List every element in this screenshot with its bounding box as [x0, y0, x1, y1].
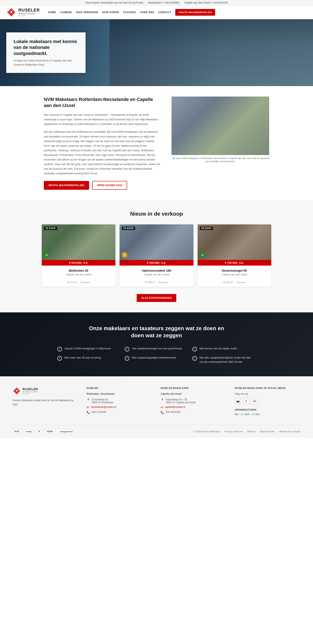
feature-5: ✓ Met maatschappelijke betrokkenheid [125, 356, 188, 364]
openingstijden-title: OPENINGSTIJDEN [235, 408, 301, 411]
nvm-title: NVM Makelaars Rotterdam-Nesselande en Ca… [44, 96, 161, 108]
property-city-3: Capelle aan den IJssel [201, 273, 268, 276]
hero-subtitle: Al bijna een halve eeuw thuis in Capelle… [13, 58, 78, 67]
hero-title: Lokale makelaars met kennis van de natio… [13, 39, 78, 57]
nav-home[interactable]: HOME [48, 11, 56, 14]
nav-taxaties[interactable]: TAXATIES [123, 11, 136, 14]
property-image-3: TE KOOP A [198, 224, 271, 260]
features-grid: ✓ Vanuit 5 NVM-vestigingen in Rijnmond ✓… [57, 346, 256, 364]
logo-diamond-icon [6, 7, 16, 17]
main-nav: HOME AANBOD HUIS VERKOPEN HUIS KOPEN TAX… [48, 9, 307, 16]
logo-text: RUSELER Makelaars by D&S [18, 8, 40, 17]
price-bar-3: € 735.000,- k.k. [198, 260, 271, 266]
nvm-paragraph-1: Met kantoren in Capelle aan den IJssel e… [44, 113, 161, 126]
hero-content-box: Lokale makelaars met kennis van de natio… [6, 32, 86, 73]
openingstijden-text: Ma – vr: 9:00 – 17:00u [235, 412, 301, 416]
phone-nesselande: Nesselande T: 010-2220060 [148, 1, 179, 4]
properties-grid: TE KOOP A € 515.000,- k.k. Beltmolen 20 … [42, 224, 271, 287]
nav-contact[interactable]: CONTACT [158, 11, 171, 14]
verkoop-title: Nieuw in de verkoop [12, 211, 301, 217]
footer-capelle-address1: 📍 Kanaalweg 33 – 35 2903 LS Capelle a/d … [161, 398, 226, 404]
phone-capelle: Capelle aan den IJssel T: 010-4515100 [184, 1, 228, 4]
property-card-2[interactable]: TE KOOP E € 335.000,- k.k. Valeriusronde… [120, 224, 193, 287]
feature-text-5: Met maatschappelijke betrokkenheid [132, 356, 176, 360]
property-info-2: Valeriusrondeel 185 Capelle aan den IJss… [120, 266, 193, 287]
privacy-link[interactable]: Privacy statement [225, 430, 243, 433]
feature-1: ✓ Vanuit 5 NVM-vestigingen in Rijnmond [57, 346, 121, 352]
te-koop-badge-2: TE KOOP [122, 226, 135, 230]
energy-badge-3: A [200, 252, 205, 258]
nvm-image-block: "Bij onze NVM-vestigingen in Rotterdam-N… [171, 96, 269, 163]
property-city-2: Capelle aan den IJssel [123, 273, 190, 276]
feature-text-2: Van starterswoningen tot luxe penthouses [132, 346, 182, 351]
alle-btn-row: ALLE KOOPWONINGEN [12, 294, 301, 302]
footer-logo: RUSELER Makelaars by D&S [12, 387, 78, 395]
check-icon-3: ✓ [192, 347, 197, 352]
sitemap-html-link[interactable]: Sitemap HTML [260, 430, 275, 433]
nav-huis-kopen[interactable]: HUIS KOPEN [102, 11, 119, 14]
spec-size-1: ⊞ 117 m² [67, 281, 77, 284]
footer-rotterdam-title: RUSELER [87, 387, 152, 389]
partner-nvm: NVM [12, 430, 21, 434]
spec-rooms-2: 4 kamers [158, 281, 167, 284]
property-city-1: Capelle aan den IJssel [45, 273, 112, 276]
nav-aanbod[interactable]: AANBOD [60, 11, 72, 14]
check-icon-2: ✓ [125, 347, 129, 352]
property-name-3: Desertosingel 65 [201, 269, 268, 272]
property-image-2: TE KOOP E [120, 224, 193, 260]
property-specs-2: ⊞ 100 m² 4 kamers [123, 281, 190, 284]
spec-size-2: ⊞ 100 m² [145, 281, 155, 284]
te-koop-badge-1: TE KOOP [44, 226, 57, 230]
nav-over-ons[interactable]: OVER ONS [140, 11, 154, 14]
location-icon-1: 📍 [87, 398, 90, 402]
nav-gratis-button[interactable]: GRATIS WAARDEBEPALING [175, 9, 215, 16]
footer-social-follow: Volg ons op: [235, 392, 301, 396]
property-name-1: Beltmolen 20 [45, 269, 112, 272]
photo-simulation [171, 96, 269, 155]
feature-text-3: Met kennis van de lokale markt [199, 346, 237, 351]
feature-text-6: Met alle vastgoeddisciplines onder het d… [199, 356, 256, 364]
footer-links: © 2025 Ruseler Makelaars Privacy stateme… [193, 430, 301, 433]
banner-title: Onze makelaars en taxateurs zeggen wat z… [83, 325, 230, 339]
nvm-section: NVM Makelaars Rotterdam-Nesselande en Ca… [0, 86, 313, 200]
nav-huis-verkopen[interactable]: HUIS VERKOPEN [76, 11, 98, 14]
phone-icon-2: 📞 [161, 411, 164, 414]
nvm-text-block: NVM Makelaars Rotterdam-Nesselande en Ca… [44, 96, 161, 190]
size-icon-3: ⊞ [223, 281, 225, 284]
spec-size-3: ⊞ 156 m² [223, 281, 233, 284]
logo[interactable]: RUSELER Makelaars by D&S [6, 7, 40, 17]
nvm-paragraph-2: Wij zijn makelaars met een Rotterdamse m… [44, 130, 161, 176]
feature-2: ✓ Van starterswoningen tot luxe penthous… [125, 346, 188, 352]
openhuizendag-button[interactable]: OPEN HUIZEN DAG [92, 181, 127, 190]
property-card-3[interactable]: TE KOOP A € 735.000,- k.k. Desertosingel… [198, 224, 271, 287]
footer-capelle-col: RUSELER MAKELAARS Capelle a/d IJssel 📍 K… [161, 387, 226, 417]
price-3: € 735.000,- k.k. [225, 261, 244, 264]
phone-icon-1: 📞 [87, 411, 90, 414]
site-footer: RUSELER Makelaars by D&S Ruseler Makelaa… [0, 376, 313, 438]
banner-section: Onze makelaars en taxateurs zeggen wat z… [0, 312, 313, 376]
instagram-icon[interactable]: 📷 [235, 398, 241, 404]
email-icon-1: ✉ [87, 406, 89, 409]
footer-social-title: RUSELER MAKELAARS OP SOCIAL MEDIA [235, 387, 301, 389]
website-link[interactable]: Website door Topsite [279, 430, 301, 433]
property-info-3: Desertosingel 65 Capelle aan den IJssel … [198, 266, 271, 287]
nvm-button-row: GRATIS WAARDEBEPALING OPEN HUIZEN DAG [44, 181, 161, 190]
footer-rotterdam-email: ✉ nesselande@ruseler.nl [87, 406, 152, 409]
social-row: 📷 f in [235, 398, 301, 404]
footer-desc: Ruseler Makelaars maakt deel uit van de … [12, 398, 78, 407]
feature-3: ✓ Met kennis van de lokale markt [192, 346, 256, 352]
rating-text: Onze klanten beoordelen ons met een 8,9 … [85, 1, 143, 4]
size-icon-1: ⊞ [67, 281, 69, 284]
copyright-text: © 2025 Ruseler Makelaars [193, 430, 220, 433]
sitemap-link[interactable]: Sitemap [247, 430, 255, 433]
check-icon-6: ✓ [192, 356, 197, 361]
facebook-icon[interactable]: f [243, 398, 249, 404]
size-icon-2: ⊞ [145, 281, 147, 284]
property-card-1[interactable]: TE KOOP A € 515.000,- k.k. Beltmolen 20 … [42, 224, 115, 287]
waardebepaling-button[interactable]: GRATIS WAARDEBEPALING [44, 181, 89, 190]
property-image-1: TE KOOP A [42, 224, 115, 260]
alle-koopwoningen-button[interactable]: ALLE KOOPWONINGEN [137, 294, 176, 302]
hero-section: Lokale makelaars met kennis van de natio… [0, 19, 313, 86]
linkedin-icon[interactable]: in [251, 398, 258, 404]
check-icon-4: ✓ [57, 356, 62, 361]
